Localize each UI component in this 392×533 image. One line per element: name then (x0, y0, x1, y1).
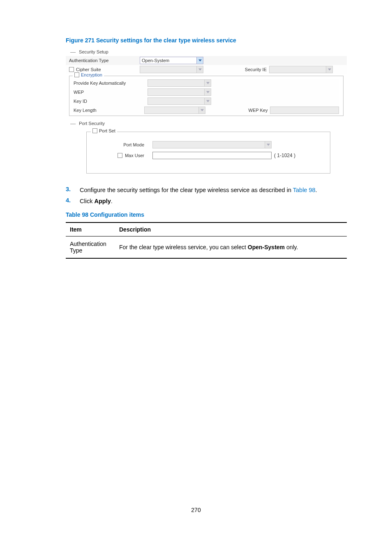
cell-item: Authentication Type (66, 236, 115, 259)
key-id-label: Key ID (74, 99, 148, 104)
cipher-suite-select (140, 66, 203, 73)
key-length-label: Key Length (74, 108, 144, 113)
chevron-down-icon (204, 80, 211, 86)
port-mode-select (152, 141, 272, 148)
apply-keyword: Apply (94, 198, 111, 204)
port-security-header: Port Security (66, 119, 347, 127)
th-item: Item (66, 222, 115, 236)
security-ie-label: Security IE (240, 67, 269, 72)
wep-label: WEP (74, 90, 148, 95)
step-body: Click Apply. (80, 197, 347, 206)
encryption-checkbox[interactable] (74, 72, 79, 77)
provide-key-select (148, 79, 211, 87)
auth-type-select[interactable]: Open-System (140, 57, 203, 64)
auth-type-value: Open-System (142, 58, 169, 63)
max-user-checkbox[interactable] (118, 153, 122, 158)
port-set-legend-label: Port Set (99, 128, 115, 133)
cipher-suite-label-wrap: Cipher Suite (66, 67, 140, 72)
chevron-down-icon (326, 66, 332, 73)
security-setup-header-label: Security Setup (79, 49, 108, 54)
port-mode-row: Port Mode (91, 139, 326, 150)
max-user-input[interactable] (152, 152, 272, 159)
th-description: Description (115, 222, 347, 236)
config-table: Item Description Authentication Type For… (66, 222, 347, 259)
table-row: Authentication Type For the clear type w… (66, 236, 347, 259)
wep-select (148, 88, 211, 96)
cipher-suite-checkbox[interactable] (69, 67, 74, 72)
max-user-range: ( 1-1024 ) (272, 153, 295, 158)
chevron-down-icon (204, 98, 211, 104)
max-user-label-wrap: Max User (91, 153, 152, 158)
port-set-checkbox[interactable] (92, 128, 97, 133)
chevron-down-icon (265, 141, 271, 148)
port-set-fieldset: Port Set Port Mode Max User ( 1-1024 ) (86, 132, 330, 174)
cell-description: For the clear type wireless service, you… (115, 236, 347, 259)
security-ie-select (269, 66, 333, 73)
table-98-link[interactable]: Table 98 (293, 187, 316, 193)
port-security-header-label: Port Security (79, 121, 105, 126)
key-id-row: Key ID (74, 97, 339, 106)
step-4: 4. Click Apply. (66, 197, 347, 206)
chevron-down-icon (196, 66, 203, 73)
chevron-down-icon (198, 107, 205, 114)
auth-type-row: Authentication Type Open-System (66, 56, 347, 65)
key-id-select (148, 97, 211, 105)
encryption-legend-label: Encryption (81, 72, 102, 77)
port-mode-label: Port Mode (91, 142, 152, 147)
step-body: Configure the security settings for the … (80, 186, 347, 195)
cipher-suite-row: Cipher Suite Security IE (66, 65, 347, 74)
step-number: 4. (66, 197, 80, 206)
encryption-legend: Encryption (73, 72, 104, 77)
steps-list: 3. Configure the security settings for t… (66, 186, 347, 206)
max-user-row: Max User ( 1-1024 ) (91, 150, 326, 161)
security-setup-header: Security Setup (66, 48, 347, 56)
wep-row: WEP (74, 88, 339, 97)
chevron-down-icon (196, 57, 203, 64)
wep-key-label: WEP Key (242, 108, 270, 113)
wep-key-input (270, 107, 339, 114)
table-caption: Table 98 Configuration items (66, 211, 347, 218)
max-user-label: Max User (125, 153, 144, 158)
step-number: 3. (66, 186, 80, 195)
key-length-select (144, 107, 205, 114)
chevron-down-icon (204, 89, 211, 95)
cipher-suite-label: Cipher Suite (76, 67, 101, 72)
encryption-fieldset: Encryption Provide Key Automatically WEP… (69, 76, 344, 116)
page-number: 270 (0, 507, 392, 513)
provide-key-label: Provide Key Automatically (74, 81, 148, 86)
figure-caption: Figure 271 Security settings for the cle… (66, 37, 347, 44)
auth-type-label: Authentication Type (66, 58, 140, 63)
key-length-row: Key Length WEP Key (74, 106, 339, 115)
provide-key-row: Provide Key Automatically (74, 79, 339, 88)
step-3: 3. Configure the security settings for t… (66, 186, 347, 195)
security-settings-panel: Security Setup Authentication Type Open-… (66, 48, 347, 174)
port-set-legend: Port Set (91, 128, 117, 133)
